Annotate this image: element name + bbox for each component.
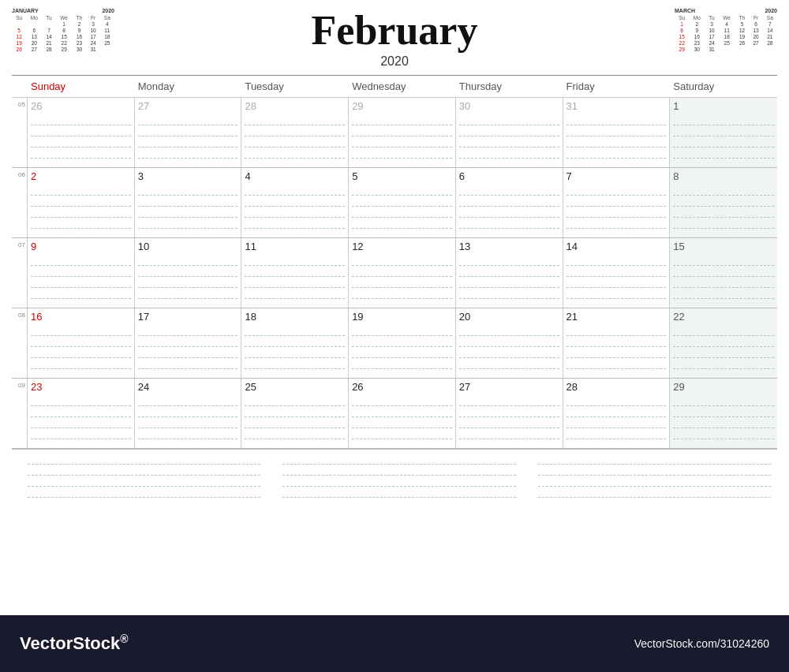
calendar-week-09: 09 23 24 25 26 27 28 bbox=[12, 379, 777, 449]
calendar-week-05: 05 26 27 28 29 30 bbox=[12, 98, 777, 168]
day-number: 8 bbox=[673, 170, 774, 182]
cal-day-feb10: 10 bbox=[135, 238, 242, 308]
calendar-week-08: 08 16 17 18 19 20 21 bbox=[12, 308, 777, 379]
cal-day-feb14: 14 bbox=[563, 238, 671, 308]
calendar-week-07: 07 9 10 11 12 13 14 bbox=[12, 238, 777, 308]
day-number: 21 bbox=[567, 311, 667, 323]
registered-symbol: ® bbox=[120, 633, 128, 645]
day-number: 15 bbox=[673, 241, 774, 252]
footer-brand: VectorStock® bbox=[20, 633, 129, 654]
day-header-friday: Friday bbox=[563, 79, 671, 94]
cal-day-jan27: 27 bbox=[135, 98, 242, 167]
cal-day-feb01: 1 bbox=[670, 98, 777, 167]
cal-day-feb17: 17 bbox=[135, 308, 242, 378]
week-num-07: 07 bbox=[12, 238, 28, 308]
day-number: 24 bbox=[138, 381, 238, 393]
mini-jan-year: 2020 bbox=[102, 8, 114, 13]
day-number: 27 bbox=[459, 381, 559, 393]
notes-line bbox=[538, 465, 771, 476]
cal-day-feb22: 22 bbox=[670, 308, 777, 378]
day-number: 29 bbox=[673, 381, 774, 393]
notes-col-2 bbox=[282, 454, 522, 516]
footer-brand-name: VectorStock bbox=[20, 634, 120, 654]
day-number: 7 bbox=[567, 170, 667, 182]
day-number: 9 bbox=[31, 241, 131, 252]
week-num-header-space bbox=[12, 79, 28, 94]
cal-day-feb19: 19 bbox=[349, 308, 456, 378]
cal-day-feb18: 18 bbox=[241, 308, 349, 378]
notes-line bbox=[538, 487, 771, 498]
day-number: 18 bbox=[245, 311, 345, 323]
day-number: 12 bbox=[352, 241, 452, 252]
day-number: 17 bbox=[138, 311, 238, 323]
mini-mar-year: 2020 bbox=[765, 8, 777, 13]
day-number: 23 bbox=[31, 381, 131, 393]
cal-day-feb07: 7 bbox=[563, 168, 671, 237]
day-number: 20 bbox=[459, 311, 559, 323]
cal-day-feb15: 15 bbox=[670, 238, 777, 308]
day-number: 30 bbox=[459, 100, 559, 112]
calendar-grid: 05 26 27 28 29 30 bbox=[12, 98, 777, 449]
week-num-08: 08 bbox=[12, 308, 28, 378]
day-header-saturday: Saturday bbox=[670, 79, 777, 94]
mini-calendar-january: JANUARY 2020 SuMoTuWeThFrSa 1234 5678910… bbox=[12, 8, 114, 52]
day-header-sunday: Sunday bbox=[28, 79, 135, 94]
cal-day-feb09: 9 bbox=[28, 238, 135, 308]
notes-line bbox=[28, 476, 260, 487]
notes-line bbox=[538, 454, 771, 465]
notes-line bbox=[282, 476, 515, 487]
cal-day-feb25: 25 bbox=[241, 379, 349, 448]
day-number: 5 bbox=[352, 170, 452, 182]
day-number: 14 bbox=[567, 241, 667, 252]
day-number: 2 bbox=[31, 170, 131, 182]
day-number: 26 bbox=[31, 100, 131, 112]
day-number: 6 bbox=[459, 170, 559, 182]
cal-day-feb16: 16 bbox=[28, 308, 135, 378]
week-num-05: 05 bbox=[12, 98, 28, 167]
cal-day-feb08: 8 bbox=[670, 168, 777, 237]
footer: VectorStock® VectorStock.com/31024260 bbox=[0, 615, 789, 672]
cal-day-jan28: 28 bbox=[241, 98, 349, 167]
cal-day-feb26: 26 bbox=[349, 379, 456, 448]
calendar-header: JANUARY 2020 SuMoTuWeThFrSa 1234 5678910… bbox=[12, 8, 777, 69]
cal-day-feb06: 6 bbox=[456, 168, 563, 237]
notes-line bbox=[538, 476, 771, 487]
cal-day-jan30: 30 bbox=[456, 98, 563, 167]
cal-day-jan31: 31 bbox=[563, 98, 671, 167]
main-year: 2020 bbox=[114, 54, 675, 69]
week-num-09: 09 bbox=[12, 379, 28, 448]
cal-day-feb20: 20 bbox=[456, 308, 563, 378]
day-number: 26 bbox=[352, 381, 452, 393]
day-headers-row: Sunday Monday Tuesday Wednesday Thursday… bbox=[12, 75, 777, 98]
notes-col-3 bbox=[538, 454, 777, 516]
calendar-week-06: 06 2 3 4 5 6 7 bbox=[12, 168, 777, 238]
day-number: 28 bbox=[567, 381, 667, 393]
day-number: 22 bbox=[673, 311, 774, 323]
day-number: 13 bbox=[459, 241, 559, 252]
notes-line bbox=[28, 465, 260, 476]
notes-line bbox=[28, 454, 260, 465]
mini-jan-title: JANUARY bbox=[12, 8, 39, 13]
cal-day-feb05: 5 bbox=[349, 168, 456, 237]
day-number: 31 bbox=[567, 100, 667, 112]
day-number: 19 bbox=[352, 311, 452, 323]
cal-day-feb23: 23 bbox=[28, 379, 135, 448]
main-title-area: February 2020 bbox=[114, 8, 675, 69]
cal-day-feb02: 2 bbox=[28, 168, 135, 237]
day-header-tuesday: Tuesday bbox=[241, 79, 349, 94]
day-header-wednesday: Wednesday bbox=[349, 79, 456, 94]
cal-day-jan29: 29 bbox=[349, 98, 456, 167]
cal-day-feb24: 24 bbox=[135, 379, 242, 448]
day-number: 3 bbox=[138, 170, 238, 182]
day-number: 25 bbox=[245, 381, 345, 393]
notes-line bbox=[28, 487, 260, 498]
cal-day-feb03: 3 bbox=[135, 168, 242, 237]
notes-line bbox=[282, 487, 515, 498]
cal-day-feb04: 4 bbox=[241, 168, 349, 237]
day-number: 11 bbox=[245, 241, 345, 252]
cal-day-feb11: 11 bbox=[241, 238, 349, 308]
notes-line bbox=[282, 454, 515, 465]
footer-url: VectorStock.com/31024260 bbox=[634, 637, 769, 650]
day-header-thursday: Thursday bbox=[456, 79, 563, 94]
day-number: 16 bbox=[31, 311, 131, 323]
